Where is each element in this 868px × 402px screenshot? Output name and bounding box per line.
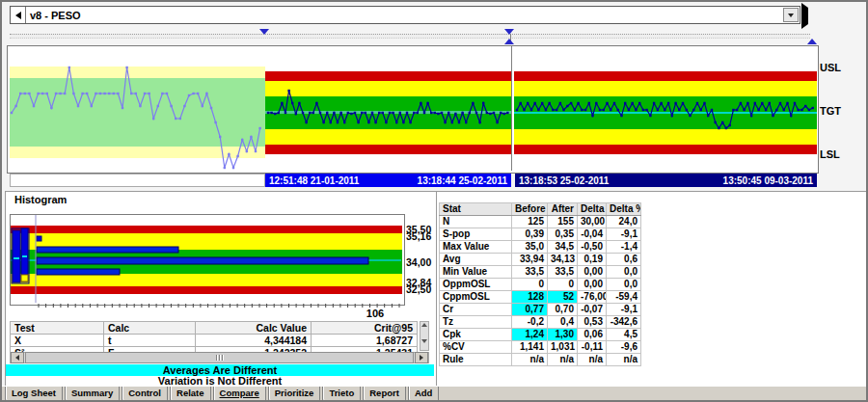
stats-row: Cpk1,241,300,064,5 [440,329,641,341]
stats-cell: 30,00 [578,216,607,228]
selector-dropdown-button[interactable] [783,8,799,22]
tab-summary[interactable]: Summary [65,387,120,401]
scroll-right-icon [420,355,423,361]
stats-cell: 125 [512,216,548,228]
stats-cell: Max Value [440,241,512,254]
bottom-tab-bar: Log SheetSummaryControlRelateComparePrio… [2,386,866,402]
stats-cell: -9,1 [607,228,641,241]
grip-icon [216,355,217,361]
stats-col-header[interactable]: Delta % [607,203,641,216]
stats-table-header: StatBeforeAfterDeltaDelta % [440,203,641,216]
histogram-axis-label: 106 [361,308,390,319]
stats-cell: 34,5 [548,241,578,254]
stats-cell: -0,07 [578,304,607,316]
stats-cell: 52 [548,291,578,304]
timebar-history-segment [10,174,265,187]
selector-value: v8 - PESO [26,10,783,21]
stats-row: Avg33,9434,130,190,6 [440,254,641,266]
stats-row: S-pop0,390,35-0,04-9,1 [440,228,641,241]
test-col-header[interactable]: Calc [104,322,196,335]
chart-section-divider [511,46,512,171]
tab-report[interactable]: Report [363,387,406,401]
stats-cell: 4,5 [607,329,641,341]
before-end-timestamp: 13:18:44 25-02-2011 [418,175,507,186]
region-marker-after-start[interactable] [504,39,514,44]
tab-relate[interactable]: Relate [170,387,211,401]
test-cell: 1,68727 [312,335,418,347]
tab-compare[interactable]: Compare [213,387,266,402]
tab-trieto[interactable]: Trieto [322,387,361,401]
test-table-hscrollbar[interactable] [10,352,429,363]
stats-cell: 24,0 [607,216,641,228]
stats-cell: 0,77 [512,304,548,316]
stats-cell: %CV [440,341,512,354]
test-table: TestCalcCalc ValueCrit@95 Xt4,3441841,68… [10,321,418,352]
stats-cell: -9,6 [607,341,641,354]
stats-cell: -59,4 [607,291,641,304]
stats-table: StatBeforeAfterDeltaDelta % N12515530,00… [439,202,641,366]
grip-icon [222,355,223,361]
stats-cell: 1,141 [512,341,548,354]
stats-row: N12515530,0024,0 [440,216,641,228]
stats-col-header[interactable]: Stat [440,203,512,216]
stats-cell: Cpk [440,329,512,341]
test-table-wrap: TestCalcCalc ValueCrit@95 Xt4,3441841,68… [10,321,420,352]
scroll-right-button[interactable] [415,352,428,363]
tab-control[interactable]: Control [122,387,168,401]
stats-cell: 0,4 [548,316,578,329]
stats-cell: n/a [607,354,641,366]
stats-cell: Rule [440,354,512,366]
stats-cell: n/a [512,354,548,366]
stats-cell: 35,0 [512,241,548,254]
grip-icon [219,355,220,361]
tgt-label: TGT [820,105,858,117]
scroll-left-icon [15,355,19,361]
test-col-header[interactable]: Crit@95 [312,322,418,335]
stats-cell: -0,50 [578,241,607,254]
region-marker-before-start[interactable] [259,29,269,35]
stats-cell: n/a [548,354,578,366]
stats-cell: 0,70 [548,304,578,316]
region-marker-after-end[interactable] [807,39,817,44]
timebar-before-segment[interactable]: 12:51:48 21-01-2011 13:18:44 25-02-2011 [265,174,511,187]
stats-cell: 128 [512,291,548,304]
stats-cell: 0 [512,279,548,291]
series-selector[interactable]: v8 - PESO [10,6,800,24]
test-table-header: TestCalcCalc ValueCrit@95 [11,322,418,335]
test-col-header[interactable]: Test [11,322,104,335]
prev-series-arrow-icon[interactable] [11,7,26,23]
stats-cell: 33,94 [512,254,548,266]
stats-row: %CV1,1411,031-0,11-9,6 [440,341,641,354]
timebar-after-segment[interactable]: 13:18:53 25-02-2011 13:50:45 09-03-2011 [515,174,817,187]
stats-cell: 1,24 [512,329,548,341]
stats-cell: OppmOSL [440,279,512,291]
test-cell: X [11,335,104,347]
stats-cell: -342,6 [607,316,641,329]
after-end-timestamp: 13:50:45 09-03-2011 [723,175,813,186]
next-series-arrow-icon[interactable] [801,8,808,25]
stats-cell: Tz [440,316,512,329]
stats-col-header[interactable]: After [548,203,578,216]
scroll-down-icon[interactable] [421,339,427,343]
before-start-timestamp: 12:51:48 21-01-2011 [269,175,359,186]
scroll-left-button[interactable] [11,352,24,363]
stats-row: Cr0,770,70-0,07-9,1 [440,304,641,316]
tab-add[interactable]: Add [408,387,439,401]
stats-cell: 155 [548,216,578,228]
test-table-vscrollbar[interactable] [420,321,429,351]
region-slider-track[interactable] [10,34,810,39]
test-col-header[interactable]: Calc Value [196,322,312,335]
stats-cell: n/a [578,354,607,366]
chevron-down-icon [788,13,794,17]
stats-col-header[interactable]: Before [512,203,548,216]
test-row[interactable]: Xt4,3441841,68727 [11,335,418,347]
stats-row: OppmOSL000,000,0 [440,279,641,291]
tab-log-sheet[interactable]: Log Sheet [5,387,63,401]
test-cell: t [104,335,196,347]
stats-col-header[interactable]: Delta [578,203,607,216]
stats-cell: 0,6 [607,254,641,266]
region-marker-split[interactable] [504,29,514,35]
scroll-thumb[interactable] [25,352,414,363]
tab-prioritize[interactable]: Prioritize [268,387,321,401]
scroll-up-icon[interactable] [421,323,427,327]
